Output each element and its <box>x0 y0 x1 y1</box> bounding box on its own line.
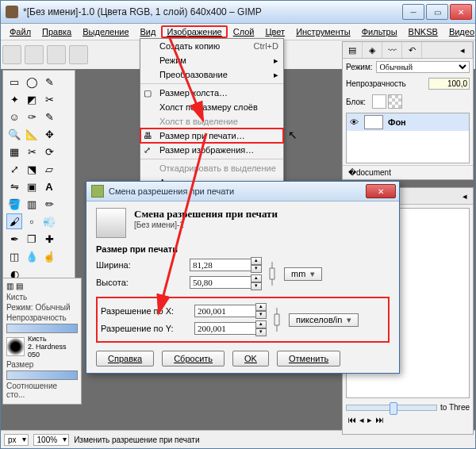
layer-row[interactable]: 👁 Фон <box>347 113 469 131</box>
toolbar-icon[interactable] <box>25 45 44 64</box>
tool-blur-icon[interactable]: 💧 <box>24 248 40 264</box>
tool-measure-icon[interactable]: 📐 <box>24 126 40 142</box>
menu-item-canvas-size[interactable]: ▢Размер холста… <box>140 86 283 100</box>
menu-color[interactable]: Цвет <box>259 25 290 38</box>
width-step-down[interactable]: ▾ <box>251 265 262 273</box>
size-unit-dropdown[interactable]: mm <box>284 267 322 281</box>
menu-bnksb[interactable]: BNKSB <box>403 25 443 38</box>
tool-paths-icon[interactable]: ✑ <box>24 109 40 125</box>
width-step-up[interactable]: ▴ <box>251 257 262 265</box>
tool-heal-icon[interactable]: ✚ <box>41 231 57 247</box>
nav-last-icon[interactable]: ⏭ <box>375 415 384 425</box>
dialog-titlebar[interactable]: Смена разрешения при печати ✕ <box>86 182 399 201</box>
resolution-unit-dropdown[interactable]: пикселов/in <box>289 313 359 327</box>
resy-step-down[interactable]: ▾ <box>255 328 267 336</box>
nav-first-icon[interactable]: ⏮ <box>347 415 356 425</box>
tool-move-icon[interactable]: ✥ <box>41 126 57 142</box>
tab-layers-icon[interactable]: ▤ <box>343 42 363 58</box>
tab-undo-icon[interactable]: ↶ <box>402 42 422 58</box>
resx-step-down[interactable]: ▾ <box>255 311 267 319</box>
tool-ellipse-select-icon[interactable]: ◯ <box>24 74 40 90</box>
toolbar-icon[interactable] <box>69 45 88 64</box>
tool-blend-icon[interactable]: ▥ <box>24 196 40 212</box>
resolution-chain-icon[interactable] <box>271 308 282 332</box>
menu-file[interactable]: Файл <box>4 25 36 38</box>
menu-item-print-size[interactable]: 🖶Размер при печати… <box>140 129 283 143</box>
menu-video[interactable]: Видео <box>443 25 476 38</box>
maximize-button[interactable]: ▭ <box>426 4 448 20</box>
height-step-down[interactable]: ▾ <box>251 282 262 290</box>
ok-button[interactable]: OK <box>232 351 269 366</box>
minimize-button[interactable]: ─ <box>402 4 424 20</box>
tool-free-select-icon[interactable]: ✎ <box>41 74 57 90</box>
layer-name[interactable]: Фон <box>388 117 406 127</box>
tool-foreground-icon[interactable]: ☺ <box>6 109 22 125</box>
resx-step-up[interactable]: ▴ <box>255 303 267 311</box>
mode-select[interactable]: Обычный <box>376 61 470 73</box>
tool-flip-icon[interactable]: ⇋ <box>6 178 22 194</box>
menu-edit[interactable]: Правка <box>36 25 77 38</box>
tool-options-tab-icon[interactable]: ▥ <box>6 282 13 290</box>
size-slider[interactable] <box>6 370 78 380</box>
menu-select[interactable]: Выделение <box>77 25 134 38</box>
reset-button[interactable]: Сбросить <box>162 351 225 366</box>
cancel-button[interactable]: Отменить <box>277 351 340 366</box>
tool-clone-icon[interactable]: ❐ <box>24 231 40 247</box>
tab-paths-icon[interactable]: 〰 <box>382 42 402 58</box>
layer-list[interactable]: 👁 Фон <box>346 113 470 163</box>
opacity-value[interactable]: 100,0 <box>428 78 470 90</box>
menu-item-mode[interactable]: Режим <box>140 53 283 67</box>
nav-next-icon[interactable]: ▸ <box>367 415 372 425</box>
opacity-slider[interactable] <box>6 324 78 333</box>
tool-shear-icon[interactable]: ⬔ <box>24 161 40 177</box>
menu-filters[interactable]: Фильтры <box>356 25 403 38</box>
menu-view[interactable]: Вид <box>135 25 162 38</box>
tool-perspective-icon[interactable]: ▱ <box>41 161 57 177</box>
tool-rotate-icon[interactable]: ⟳ <box>41 144 57 159</box>
tool-eraser-icon[interactable]: ▫ <box>24 213 40 229</box>
menu-item-scale[interactable]: ⤢Размер изображения… <box>140 143 283 157</box>
tab-channels-icon[interactable]: ◈ <box>363 42 382 58</box>
nav-prev-icon[interactable]: ◂ <box>359 415 364 425</box>
tool-scale-icon[interactable]: ⤢ <box>6 161 22 177</box>
menu-layer[interactable]: Слой <box>228 25 260 38</box>
help-button[interactable]: Справка <box>96 351 154 366</box>
tool-pencil-icon[interactable]: ✏ <box>41 196 57 212</box>
toolbar-icon[interactable] <box>2 45 21 64</box>
tool-zoom-icon[interactable]: 🔍 <box>6 126 22 142</box>
menu-image[interactable]: Изображение <box>161 25 227 38</box>
menu-item-create-copy[interactable]: Создать копиюCtrl+D <box>140 39 283 53</box>
tool-text-icon[interactable]: A <box>41 178 57 194</box>
tool-rect-select-icon[interactable]: ▭ <box>6 74 22 90</box>
size-chain-icon[interactable] <box>267 262 278 286</box>
thumbnail-slider[interactable] <box>346 405 437 411</box>
menu-item-transform[interactable]: Преобразование <box>140 67 283 82</box>
tool-by-color-icon[interactable]: ◩ <box>24 91 40 107</box>
resx-input[interactable] <box>194 305 256 317</box>
tool-paintbrush-icon[interactable]: 🖌 <box>6 213 22 229</box>
tool-smudge-icon[interactable]: ☝ <box>41 248 57 264</box>
width-input[interactable] <box>190 259 251 271</box>
tool-crop-icon[interactable]: ✂ <box>24 144 40 159</box>
height-step-up[interactable]: ▴ <box>251 274 262 282</box>
mode-value[interactable]: Обычный <box>35 303 70 312</box>
dialog-close-button[interactable]: ✕ <box>366 184 396 198</box>
close-button[interactable]: ✕ <box>450 4 472 20</box>
resy-step-up[interactable]: ▴ <box>255 320 267 328</box>
tool-fuzzy-select-icon[interactable]: ✦ <box>6 91 22 107</box>
tool-options-tab-icon[interactable]: ▤ <box>16 282 23 290</box>
tool-bucket-icon[interactable]: 🪣 <box>6 196 22 212</box>
menu-tools[interactable]: Инструменты <box>290 25 356 38</box>
tool-ink-icon[interactable]: ✒ <box>6 231 22 247</box>
unit-dropdown[interactable]: px <box>4 434 29 446</box>
tool-airbrush-icon[interactable]: 💨 <box>41 213 57 229</box>
tool-color-picker-icon[interactable]: ✎ <box>41 109 57 125</box>
tool-perspective-clone-icon[interactable]: ◫ <box>6 248 22 264</box>
menu-item-fit-canvas[interactable]: Холст по размеру слоёв <box>140 100 283 114</box>
panel-menu-icon[interactable]: ◂ <box>457 188 473 204</box>
panel-menu-icon[interactable]: ◂ <box>453 42 473 58</box>
visibility-icon[interactable]: 👁 <box>348 117 359 127</box>
tool-cage-icon[interactable]: ▣ <box>24 178 40 194</box>
toolbar-icon[interactable] <box>47 45 66 64</box>
height-input[interactable] <box>190 276 251 289</box>
